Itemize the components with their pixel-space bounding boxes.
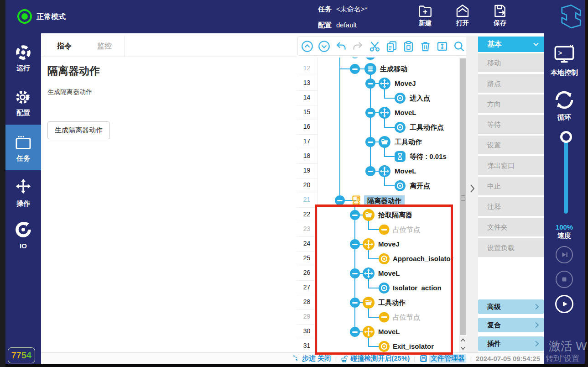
stop-button[interactable] bbox=[556, 271, 573, 288]
cmd-item-6[interactable]: 弹出窗口 bbox=[478, 156, 544, 175]
tree-node-label[interactable]: 拾取隔离器 bbox=[378, 210, 412, 220]
tree-node-label[interactable]: MoveL bbox=[395, 166, 416, 176]
cmd-group-3[interactable]: 插件 bbox=[478, 336, 544, 351]
collapse-toggle-icon[interactable] bbox=[350, 210, 360, 220]
tree-node-label[interactable]: MoveL bbox=[378, 327, 400, 337]
collapse-toggle-icon[interactable] bbox=[365, 166, 375, 176]
tree-node-label[interactable]: 等待 : 0.01s bbox=[410, 152, 447, 162]
placeholder-node-icon[interactable] bbox=[378, 224, 390, 236]
cut-icon[interactable] bbox=[369, 40, 381, 52]
folder-node-icon[interactable] bbox=[363, 297, 375, 309]
tree-node-label[interactable]: Approach_isolator bbox=[393, 254, 453, 264]
tab-instruction[interactable]: 指令 bbox=[44, 36, 85, 57]
waypoint-node-icon[interactable] bbox=[394, 92, 406, 104]
copy-icon[interactable] bbox=[385, 40, 398, 52]
tree-node-label[interactable]: MoveJ bbox=[378, 239, 400, 249]
io-loop-icon[interactable] bbox=[15, 221, 31, 238]
sidebar-item-io[interactable]: IO bbox=[5, 242, 41, 250]
sidebar-item-operate[interactable]: 操作 bbox=[5, 199, 41, 208]
cmd-group-2[interactable]: 复合 bbox=[478, 318, 544, 332]
move-arrows-icon[interactable] bbox=[15, 178, 31, 194]
speed-slider-track[interactable] bbox=[564, 137, 568, 214]
cmd-item-5[interactable]: 设置 bbox=[478, 136, 544, 154]
tree-node-label[interactable]: 占位节点 bbox=[393, 225, 420, 235]
file-manager-link[interactable]: 文件管理器 bbox=[420, 354, 466, 363]
search-icon[interactable] bbox=[453, 40, 465, 52]
tree-scrollbar[interactable] bbox=[459, 58, 466, 352]
code-window-icon[interactable] bbox=[15, 135, 31, 151]
collapse-toggle-icon[interactable] bbox=[350, 298, 360, 308]
delete-icon[interactable] bbox=[419, 40, 432, 52]
waypoint-node-icon[interactable] bbox=[394, 121, 406, 133]
folder-node-icon[interactable] bbox=[363, 209, 375, 221]
move-node-icon[interactable] bbox=[363, 326, 375, 338]
cmd-item-9[interactable]: 文件夹 bbox=[478, 218, 544, 236]
tab-monitor[interactable]: 监控 bbox=[84, 36, 125, 57]
loop-icon[interactable] bbox=[553, 89, 575, 111]
move-node-icon[interactable] bbox=[379, 165, 390, 177]
tree-node-label[interactable]: Exit_isolator bbox=[393, 341, 434, 351]
collapse-toggle-icon[interactable] bbox=[365, 137, 375, 147]
terminal-icon[interactable]: >_ bbox=[554, 43, 575, 64]
collapse-up-icon[interactable] bbox=[301, 40, 313, 52]
step-mode-status[interactable]: 步进 关闭 bbox=[292, 354, 331, 363]
menu-node-icon[interactable] bbox=[364, 63, 376, 75]
open-button[interactable]: 打开 bbox=[449, 3, 476, 27]
collapse-toggle-icon[interactable] bbox=[365, 108, 375, 118]
collapse-toggle-icon[interactable] bbox=[350, 239, 360, 249]
run-icon[interactable] bbox=[15, 44, 31, 61]
cmd-item-3[interactable]: 方向 bbox=[478, 94, 544, 113]
move-node-icon[interactable] bbox=[363, 267, 375, 279]
waypoint-node-icon[interactable] bbox=[378, 253, 390, 265]
tree-node-label[interactable]: MoveJ bbox=[395, 79, 416, 89]
wait-node-icon[interactable] bbox=[394, 151, 406, 163]
collision-status[interactable]: 碰撞检测开启(25%) bbox=[341, 354, 410, 363]
move-node-icon[interactable] bbox=[363, 238, 375, 250]
tree-node-label[interactable]: 离开点 bbox=[410, 181, 430, 191]
move-node-icon[interactable] bbox=[379, 107, 390, 119]
sidebar-item-config[interactable]: 配置 bbox=[5, 109, 41, 117]
collapse-toggle-icon[interactable] bbox=[350, 64, 360, 74]
tree-node-label[interactable]: MoveL bbox=[395, 108, 416, 118]
expand-panel-icon[interactable] bbox=[468, 184, 476, 194]
cmd-item-1[interactable]: 移动 bbox=[478, 53, 544, 72]
tree-node-label[interactable]: 工具动作 bbox=[395, 137, 422, 147]
waypoint-node-icon[interactable] bbox=[378, 282, 390, 294]
tree-node-label[interactable]: 生成移动 bbox=[380, 64, 407, 74]
cmd-item-2[interactable]: 路点 bbox=[478, 74, 544, 93]
cmd-item-4[interactable]: 等待 bbox=[478, 115, 544, 134]
sidebar-item-task[interactable]: 任务 bbox=[5, 154, 41, 163]
move-node-icon[interactable] bbox=[379, 78, 390, 89]
scroll-up-button[interactable] bbox=[459, 336, 467, 344]
cmd-item-8[interactable]: 注释 bbox=[478, 197, 544, 216]
tree-node-label[interactable]: Isolator_action bbox=[393, 283, 442, 293]
tree-node-label[interactable]: 工具动作点 bbox=[410, 122, 444, 132]
placeholder-node-icon[interactable] bbox=[378, 311, 390, 323]
tree-node-label[interactable]: MoveL bbox=[378, 268, 400, 278]
undo-icon[interactable] bbox=[335, 40, 347, 52]
play-button[interactable] bbox=[555, 295, 573, 313]
step-forward-button[interactable] bbox=[556, 246, 573, 263]
gear-icon[interactable] bbox=[15, 89, 31, 105]
waypoint-node-icon[interactable] bbox=[378, 341, 390, 352]
scrollbar-thumb[interactable] bbox=[460, 58, 466, 335]
save-button[interactable]: 保存 bbox=[486, 3, 514, 27]
paste-icon[interactable] bbox=[402, 40, 415, 52]
cmd-category-basic[interactable]: 基本 bbox=[478, 37, 544, 52]
waypoint-node-icon[interactable] bbox=[394, 180, 406, 192]
cmd-item-10[interactable]: 设置负载 bbox=[478, 238, 544, 257]
collapse-toggle-icon[interactable] bbox=[350, 327, 360, 337]
fold-icon[interactable] bbox=[436, 40, 448, 52]
collapse-toggle-icon[interactable] bbox=[350, 268, 360, 278]
tree-node-label[interactable]: 占位节点 bbox=[393, 312, 420, 322]
collapse-down-icon[interactable] bbox=[318, 40, 330, 52]
collapse-toggle-icon[interactable] bbox=[365, 79, 375, 89]
redo-icon[interactable] bbox=[352, 40, 364, 52]
scroll-down-button[interactable] bbox=[459, 344, 467, 352]
speed-slider-handle[interactable] bbox=[560, 131, 572, 143]
new-button[interactable]: 新建 bbox=[411, 3, 439, 27]
cmd-item-7[interactable]: 中止 bbox=[478, 177, 544, 195]
collapse-toggle-icon[interactable] bbox=[335, 195, 345, 205]
generate-isolator-action-button[interactable]: 生成隔离器动作 bbox=[47, 121, 110, 139]
machine-node-icon[interactable] bbox=[350, 194, 362, 206]
